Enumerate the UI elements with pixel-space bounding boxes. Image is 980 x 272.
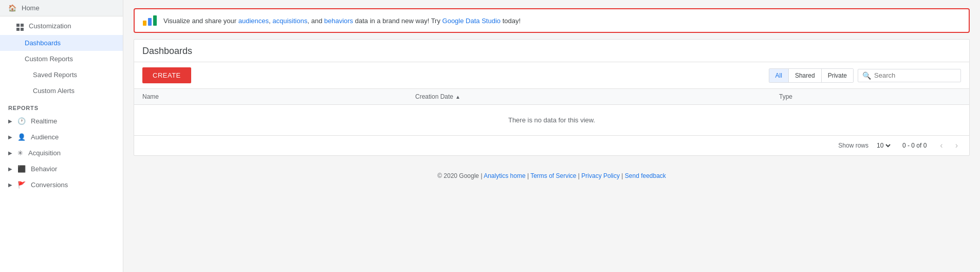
sidebar-item-custom-reports[interactable]: ➤ Custom Reports: [0, 51, 123, 67]
page-footer: © 2020 Google | Analytics home | Terms o…: [123, 166, 980, 186]
expand-arrow-audience: ▶: [8, 134, 12, 140]
toolbar: CREATE All Shared Private 🔍: [134, 62, 969, 89]
pagination-next-button[interactable]: ›: [952, 140, 961, 151]
sidebar-item-realtime[interactable]: ▶ 🕐 Realtime: [0, 113, 123, 129]
sidebar-item-customization[interactable]: Customization: [0, 16, 123, 35]
banner-behaviors-link[interactable]: behaviors: [324, 17, 353, 25]
sidebar-item-conversions[interactable]: ▶ 🚩 Conversions: [0, 177, 123, 193]
main-content: Visualize and share your audiences, acqu…: [123, 0, 980, 272]
banner-google-data-studio-link[interactable]: Google Data Studio: [442, 17, 501, 25]
svg-rect-0: [143, 21, 146, 26]
expand-arrow-acquisition: ▶: [8, 150, 12, 156]
banner-audiences-link[interactable]: audiences: [238, 17, 269, 25]
col-date[interactable]: Creation Date ▲: [415, 93, 779, 100]
search-icon: 🔍: [862, 71, 871, 80]
sidebar-item-acquisition[interactable]: ▶ ✳ Acquisition: [0, 145, 123, 161]
empty-message-text: There is no data for this view.: [508, 116, 595, 124]
footer-terms-link[interactable]: Terms of Service: [530, 172, 576, 179]
footer-copyright: © 2020 Google: [437, 172, 479, 179]
expand-arrow-conversions: ▶: [8, 182, 12, 188]
acquisition-icon: ✳: [17, 149, 23, 157]
banner-and: , and: [307, 17, 324, 25]
sidebar-item-saved-reports[interactable]: Saved Reports: [0, 67, 123, 83]
filter-all-button[interactable]: All: [769, 69, 789, 82]
saved-reports-label: Saved Reports: [33, 71, 77, 79]
sidebar-item-behavior[interactable]: ▶ ⬛ Behavior: [0, 161, 123, 177]
footer-privacy-link[interactable]: Privacy Policy: [581, 172, 620, 179]
realtime-icon: 🕐: [17, 117, 26, 125]
col-date-label: Creation Date: [415, 93, 453, 100]
table-header: Name Creation Date ▲ Type: [134, 89, 969, 105]
behavior-label: Behavior: [31, 165, 57, 173]
sidebar-item-home[interactable]: 🏠 Home: [0, 0, 123, 16]
search-box: 🔍: [858, 69, 961, 82]
content-title: Dashboards: [134, 40, 969, 62]
customization-icon: [16, 21, 24, 31]
banner-text: Visualize and share your audiences, acqu…: [163, 17, 521, 25]
search-input[interactable]: [874, 71, 956, 79]
pagination-info: 0 - 0 of 0: [902, 142, 927, 149]
expand-arrow-realtime: ▶: [8, 118, 12, 124]
banner-text-middle: data in a brand new way! Try: [353, 17, 442, 25]
audience-label: Audience: [31, 133, 59, 141]
filter-private-button[interactable]: Private: [822, 69, 853, 82]
footer-analytics-home-link[interactable]: Analytics home: [484, 172, 525, 179]
acquisition-label: Acquisition: [28, 149, 61, 157]
expand-arrow-behavior: ▶: [8, 166, 12, 172]
conversions-icon: 🚩: [17, 181, 26, 189]
sidebar-item-custom-alerts[interactable]: Custom Alerts: [0, 83, 123, 99]
svg-rect-2: [153, 15, 157, 26]
sidebar-item-audience[interactable]: ▶ 👤 Audience: [0, 129, 123, 145]
rows-select[interactable]: 10 25 50: [875, 141, 892, 150]
home-icon: 🏠: [8, 4, 16, 12]
show-rows-label: Show rows: [838, 142, 868, 149]
banner-text-end: today!: [501, 17, 521, 25]
table-empty-message: There is no data for this view.: [134, 105, 969, 136]
filter-buttons: All Shared Private: [769, 68, 854, 83]
dashboards-label: Dashboards: [25, 39, 61, 47]
custom-reports-label: Custom Reports: [25, 55, 73, 63]
col-name-label: Name: [142, 93, 159, 100]
banner-acquisitions-link[interactable]: acquisitions: [272, 17, 307, 25]
sidebar: 🏠 Home Customization ➤ Dashboards ➤ Cust…: [0, 0, 123, 272]
conversions-label: Conversions: [31, 181, 68, 189]
custom-alerts-label: Custom Alerts: [33, 87, 75, 95]
reports-section-label: REPORTS: [0, 99, 123, 113]
svg-rect-1: [148, 18, 152, 26]
banner: Visualize and share your audiences, acqu…: [134, 8, 970, 33]
dashboards-content: Dashboards CREATE All Shared Private 🔍 N…: [134, 39, 970, 156]
create-button[interactable]: CREATE: [142, 67, 191, 83]
filter-shared-button[interactable]: Shared: [789, 69, 822, 82]
google-analytics-icon: [143, 15, 157, 26]
col-name: Name: [142, 93, 415, 100]
home-label: Home: [22, 4, 40, 12]
banner-text-before: Visualize and share your: [163, 17, 238, 25]
table-footer: Show rows 10 25 50 0 - 0 of 0 ‹ ›: [134, 136, 969, 155]
col-type-label: Type: [779, 93, 792, 100]
footer-feedback-link[interactable]: Send feedback: [625, 172, 666, 179]
col-type: Type: [779, 93, 961, 100]
behavior-icon: ⬛: [17, 165, 26, 173]
pagination-prev-button[interactable]: ‹: [937, 140, 946, 151]
sort-arrow-icon: ▲: [455, 94, 460, 100]
sidebar-item-dashboards[interactable]: ➤ Dashboards: [0, 35, 123, 51]
customization-label: Customization: [29, 22, 71, 30]
audience-icon: 👤: [17, 133, 26, 141]
realtime-label: Realtime: [31, 117, 57, 125]
